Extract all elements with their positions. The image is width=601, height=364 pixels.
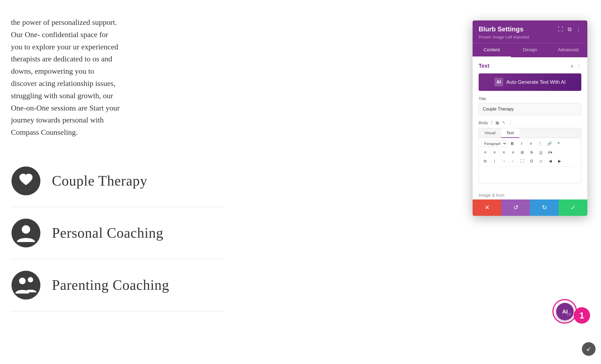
ai-button-icon: AI <box>494 78 503 86</box>
ai-button-label: Auto Generate Text With AI <box>506 79 566 85</box>
unordered-list-button[interactable]: ≡ <box>527 140 535 147</box>
align-center-button[interactable]: ≡ <box>490 148 499 156</box>
copy-button[interactable]: ⧉ <box>481 157 489 165</box>
svg-point-2 <box>22 225 30 234</box>
split-icon[interactable]: ⧉ <box>568 26 571 32</box>
image-icon-section-hint: Image & Icon <box>473 189 587 199</box>
tab-content[interactable]: Content <box>473 43 511 57</box>
ai-generate-button[interactable]: AI Auto Generate Text With AI <box>479 73 581 91</box>
more-icon[interactable]: ⋮ <box>576 26 581 32</box>
body-toolbar: Body ? ▣ ↖ ⋮ <box>479 120 581 125</box>
fullscreen-editor-button[interactable]: ⛶ <box>518 157 526 165</box>
strikethrough-button[interactable]: S <box>528 148 536 156</box>
toolbar-row-2: ≡ ≡ ≡ ≡ ⊞ S U A▾ <box>481 148 579 156</box>
service-item-parenting-coaching: Parenting Coaching <box>11 259 224 311</box>
table-button[interactable]: ⊞ <box>518 148 526 156</box>
align-left-button[interactable]: ≡ <box>481 148 489 156</box>
svg-point-5 <box>28 277 33 282</box>
cursor-pointer-icon: ☞ <box>567 311 572 318</box>
ordered-list-button[interactable]: ⋮ <box>536 140 544 147</box>
couple-therapy-icon <box>11 166 41 196</box>
parenting-coaching-label: Parenting Coaching <box>52 277 169 293</box>
text-section-title: Text <box>479 63 490 69</box>
body-label: Body <box>479 120 488 125</box>
drag-handle[interactable]: ↙ <box>582 342 596 356</box>
emoji-button[interactable]: ☺ <box>537 157 545 165</box>
text-section-header: Text ∧ ⋮ <box>479 63 581 69</box>
editor-container: Visual Text Paragraph Heading 1 Heading … <box>479 128 581 183</box>
personal-coaching-icon <box>11 218 41 248</box>
blurb-settings-panel: Blurb Settings ⛶ ⧉ ⋮ Preset: Image Left … <box>473 20 587 216</box>
service-item-personal-coaching: Personal Coaching <box>11 207 224 259</box>
outdent-button[interactable]: ← <box>509 157 517 165</box>
link-button[interactable]: 🔗 <box>545 140 553 147</box>
panel-body: Text ∧ ⋮ AI Auto Generate Text With AI T… <box>473 57 587 189</box>
title-input[interactable] <box>479 103 581 115</box>
body-cursor-icon[interactable]: ↖ <box>502 120 506 125</box>
section-options-icon[interactable]: ⋮ <box>576 63 581 69</box>
align-right-button[interactable]: ≡ <box>500 148 508 156</box>
editor-tab-bar: Visual Text <box>479 128 581 138</box>
left-content-area: the power of personalized support. Our O… <box>0 0 235 364</box>
indent-button[interactable]: → <box>500 157 508 165</box>
cancel-button[interactable]: ✕ <box>473 199 501 216</box>
paragraph-select[interactable]: Paragraph Heading 1 Heading 2 <box>481 140 507 147</box>
toolbar-row-1: Paragraph Heading 1 Heading 2 B I ≡ ⋮ 🔗 … <box>481 140 579 147</box>
svg-point-3 <box>11 271 40 300</box>
panel-tabs: Content Design Advanced <box>473 43 587 57</box>
panel-footer: ✕ ↺ ↻ ✓ <box>473 199 587 216</box>
confirm-button[interactable]: ✓ <box>559 199 587 216</box>
svg-point-4 <box>19 278 26 284</box>
italic2-button[interactable]: i <box>490 157 499 165</box>
underline-button[interactable]: U <box>537 148 545 156</box>
panel-header-icons: ⛶ ⧉ ⋮ <box>558 26 581 32</box>
align-justify-button[interactable]: ≡ <box>509 148 517 156</box>
editor-toolbar: Paragraph Heading 1 Heading 2 B I ≡ ⋮ 🔗 … <box>479 138 581 167</box>
tab-advanced[interactable]: Advanced <box>549 43 587 57</box>
body-more-icon[interactable]: ⋮ <box>508 120 513 125</box>
step-badge: 1 <box>574 307 590 324</box>
editor-content[interactable] <box>479 167 581 183</box>
undo-button[interactable]: ◀ <box>546 157 554 165</box>
panel-title: Blurb Settings <box>479 25 523 33</box>
editor-tab-visual[interactable]: Visual <box>479 128 501 138</box>
body-text: the power of personalized support. Our O… <box>11 16 120 139</box>
couple-therapy-label: Couple Therapy <box>52 173 148 189</box>
italic-button[interactable]: I <box>517 140 526 147</box>
service-list: Couple Therapy Personal Coaching <box>11 155 224 311</box>
parenting-coaching-icon <box>11 270 41 300</box>
tab-design[interactable]: Design <box>511 43 549 57</box>
body-help-icon[interactable]: ? <box>491 120 493 125</box>
personal-coaching-label: Personal Coaching <box>52 225 163 241</box>
collapse-icon[interactable]: ∧ <box>570 63 574 69</box>
editor-tab-text[interactable]: Text <box>501 128 520 138</box>
title-field-label: Title <box>479 96 581 101</box>
panel-header: Blurb Settings ⛶ ⧉ ⋮ Preset: Image Left … <box>473 20 587 43</box>
panel-preset-label: Preset: Image Left imported <box>479 35 581 39</box>
redo-button[interactable]: ▶ <box>555 157 564 165</box>
reset-button[interactable]: ↺ <box>501 199 530 216</box>
fullscreen-icon[interactable]: ⛶ <box>558 26 563 32</box>
redo-button[interactable]: ↻ <box>530 199 559 216</box>
quote-button[interactable]: ❝ <box>555 140 563 147</box>
omega-button[interactable]: Ω <box>528 157 536 165</box>
color-button[interactable]: A▾ <box>546 148 554 156</box>
service-item-couple-therapy: Couple Therapy <box>11 155 224 207</box>
bold-button[interactable]: B <box>508 140 516 147</box>
body-mobile-icon[interactable]: ▣ <box>495 120 499 125</box>
toolbar-row-3: ⧉ i → ← ⛶ Ω ☺ ◀ ▶ <box>481 157 579 165</box>
